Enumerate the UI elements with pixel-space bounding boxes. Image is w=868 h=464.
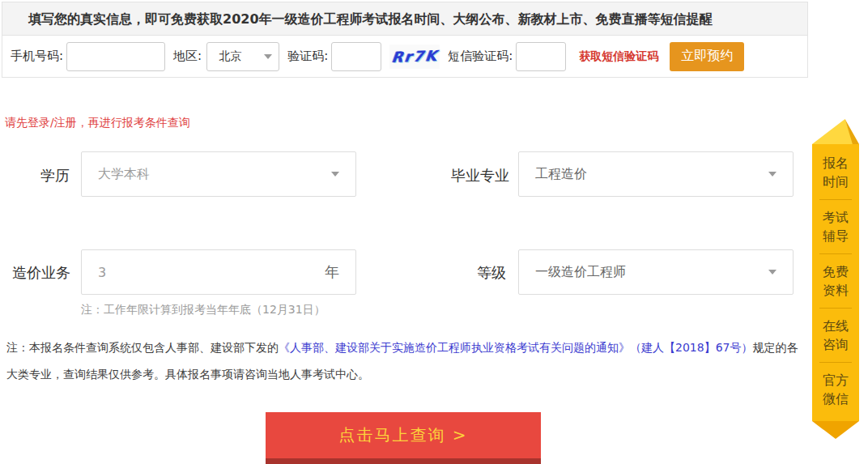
- education-label: 学历: [40, 166, 70, 185]
- captcha-text: Rr7K: [390, 47, 439, 66]
- experience-unit: 年: [325, 262, 339, 282]
- sidebar-item-free-material[interactable]: 免费资料: [820, 253, 851, 308]
- level-select[interactable]: 一级造价工程师: [518, 249, 794, 295]
- phone-label: 手机号码:: [11, 49, 63, 64]
- region-value: 北京: [219, 49, 241, 64]
- login-notice: 请先登录/注册，再进行报考条件查询: [5, 116, 190, 130]
- captcha-image[interactable]: Rr7K: [389, 45, 440, 69]
- level-value: 一级造价工程师: [535, 264, 626, 281]
- sidebar-item-online-consult[interactable]: 在线咨询: [820, 308, 851, 362]
- chevron-down-icon: [768, 172, 777, 177]
- ribbon-tail: [812, 421, 859, 439]
- query-now-button[interactable]: 点击马上查询 >: [266, 412, 541, 464]
- sidebar-item-signup-time[interactable]: 报名时间: [820, 146, 851, 199]
- experience-note: 注：工作年限计算到报考当年年底（12月31日）: [81, 303, 326, 317]
- major-label: 毕业专业: [451, 166, 509, 185]
- captcha-input[interactable]: [331, 42, 381, 71]
- education-value: 大学本科: [98, 166, 150, 183]
- reserve-now-button[interactable]: 立即预约: [670, 42, 744, 71]
- experience-label: 造价业务: [12, 263, 70, 283]
- major-value: 工程造价: [535, 166, 587, 183]
- chevron-down-icon: [768, 270, 777, 275]
- disclaimer-text: 注：本报名条件查询系统仅包含人事部、建设部下发的《人事部、建设部关于实施造价工程…: [6, 334, 800, 388]
- captcha-label: 验证码:: [287, 49, 328, 64]
- chevron-down-icon: [331, 172, 339, 177]
- education-select[interactable]: 大学本科: [81, 151, 356, 197]
- level-label: 等级: [477, 263, 506, 283]
- sms-code-input[interactable]: [516, 42, 566, 71]
- chevron-down-icon: [264, 54, 272, 59]
- region-label: 地区:: [173, 49, 202, 64]
- sidebar-item-official-wechat[interactable]: 官方微信: [820, 362, 851, 416]
- ribbon-body: 报名时间 考试辅导 免费资料 在线咨询 官方微信: [812, 144, 859, 421]
- phone-input[interactable]: [66, 42, 165, 71]
- side-ribbon: 报名时间 考试辅导 免费资料 在线咨询 官方微信: [812, 119, 859, 439]
- experience-value: 3: [98, 265, 106, 280]
- promo-banner: 填写您的真实信息，即可免费获取2020年一级造价工程师考试报名时间、大纲公布、新…: [2, 2, 807, 36]
- sms-code-label: 短信验证码:: [448, 49, 513, 64]
- major-select[interactable]: 工程造价: [518, 151, 794, 197]
- reserve-form-row: 手机号码: 地区: 北京 验证码: Rr7K 短信验证码: 获取短信验证码 立即…: [2, 36, 807, 77]
- sms-reserve-panel: 填写您的真实信息，即可免费获取2020年一级造价工程师考试报名时间、大纲公布、新…: [2, 2, 808, 78]
- page: 填写您的真实信息，即可免费获取2020年一级造价工程师考试报名时间、大纲公布、新…: [0, 0, 868, 464]
- region-select[interactable]: 北京: [206, 42, 279, 71]
- disclaimer-prefix: 注：本报名条件查询系统仅包含人事部、建设部下发的: [6, 341, 279, 354]
- regulation-link[interactable]: 《人事部、建设部关于实施造价工程师执业资格考试有关问题的通知》（建人【2018】…: [279, 341, 752, 354]
- sidebar-item-exam-coaching[interactable]: 考试辅导: [820, 199, 851, 253]
- get-sms-code-link[interactable]: 获取短信验证码: [579, 49, 658, 64]
- experience-input[interactable]: 3 年: [81, 249, 356, 295]
- ribbon-fold: [812, 119, 859, 144]
